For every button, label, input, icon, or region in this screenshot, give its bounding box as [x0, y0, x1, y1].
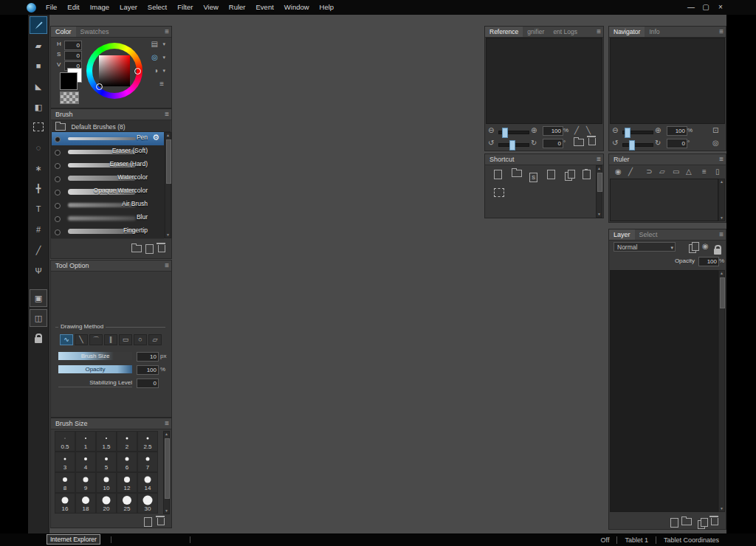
navigator-preview[interactable]: [610, 38, 725, 124]
size-cell[interactable]: 1: [75, 431, 96, 452]
select-rect-tool[interactable]: [30, 118, 47, 136]
rotate-cw-icon[interactable]: ↻: [655, 138, 661, 148]
shortcut-copy-button[interactable]: [565, 170, 572, 184]
pen-pick-icon[interactable]: ╲: [586, 125, 591, 136]
brush-size-scrollbar[interactable]: ▲ ▼: [163, 431, 170, 514]
shortcut-new-button[interactable]: [494, 169, 502, 182]
ruler-grid-icon[interactable]: ▭: [673, 167, 679, 177]
menu-select[interactable]: Select: [142, 0, 172, 15]
rotate-ccw-icon[interactable]: ↺: [488, 138, 494, 148]
brush-item-blur[interactable]: Blur: [52, 212, 164, 226]
size-cell[interactable]: 9: [75, 472, 96, 493]
size-cell[interactable]: 1.5: [96, 431, 117, 452]
add-size-button[interactable]: [144, 516, 152, 530]
navigator-zoom-value[interactable]: 100: [667, 126, 687, 136]
layer-scrollbar[interactable]: ▲ ▼: [718, 270, 725, 512]
brush-item-opaque-watercolor[interactable]: Opaque Watercolor: [52, 185, 164, 199]
new-brush-folder-button[interactable]: [131, 242, 142, 255]
shortcut-export-button[interactable]: [547, 169, 555, 182]
delete-brush-button[interactable]: [158, 242, 165, 255]
menu-layer[interactable]: Layer: [114, 0, 142, 15]
size-cell[interactable]: 4: [75, 452, 96, 472]
tab-reference[interactable]: Reference: [485, 27, 523, 37]
maximize-button[interactable]: ▢: [698, 1, 713, 13]
reset-rotation-icon[interactable]: ◎: [712, 138, 719, 148]
opacity-value[interactable]: 100: [137, 365, 159, 375]
fit-view-icon[interactable]: ⊡: [712, 125, 718, 136]
shortcut-open-button[interactable]: [512, 167, 522, 180]
tab-magnifier[interactable]: gnifier: [523, 27, 549, 37]
text-tool[interactable]: T: [30, 200, 47, 218]
crop-tool[interactable]: #: [30, 221, 47, 238]
menu-filter[interactable]: Filter: [172, 0, 198, 15]
delete-size-button[interactable]: [157, 515, 165, 528]
lasso-tool[interactable]: ◌: [30, 139, 47, 156]
hand-tool[interactable]: Ψ: [30, 262, 47, 280]
method-curve[interactable]: ⌒: [89, 334, 103, 345]
menu-help[interactable]: Help: [315, 0, 340, 15]
ruler-list[interactable]: [610, 179, 718, 221]
transparent-color-swatch[interactable]: [60, 91, 79, 104]
palette-mode-icon[interactable]: ▤: [151, 39, 158, 49]
size-cell[interactable]: 0.5: [55, 431, 75, 452]
size-cell[interactable]: 2: [117, 431, 137, 452]
fill-rect-tool[interactable]: ■: [30, 57, 47, 75]
tab-info[interactable]: Info: [645, 27, 664, 37]
method-freehand[interactable]: ∿: [60, 334, 73, 345]
duplicate-layer-button[interactable]: [698, 519, 705, 532]
shortcut-scrollbar[interactable]: ▲ ▼: [596, 165, 602, 218]
menu-window[interactable]: Window: [279, 0, 315, 15]
navigator-zoom-slider[interactable]: [622, 131, 653, 134]
wheel-mode-icon[interactable]: ◎: [151, 52, 158, 63]
method-rectangle[interactable]: ▭: [119, 334, 132, 345]
half-dropdown-icon[interactable]: ▾: [162, 66, 165, 76]
panel-menu-icon[interactable]: ≡: [719, 154, 724, 165]
size-cell[interactable]: 10: [96, 472, 117, 493]
wheel-dropdown-icon[interactable]: ▾: [162, 52, 165, 63]
move-tool[interactable]: ╋: [30, 179, 47, 197]
size-cell[interactable]: 18: [75, 493, 96, 514]
panel-menu-icon[interactable]: ≡: [597, 27, 601, 37]
reference-preview[interactable]: [486, 38, 602, 124]
layer-opacity-value[interactable]: 100: [698, 257, 719, 266]
delete-layer-button[interactable]: [711, 515, 718, 528]
size-cell[interactable]: 3: [55, 452, 75, 472]
size-cell[interactable]: 5: [96, 452, 117, 472]
panel-toggle-b[interactable]: ◫: [30, 309, 47, 327]
method-polyline[interactable]: ∥: [104, 334, 117, 345]
size-cell[interactable]: 20: [96, 493, 117, 514]
size-cell[interactable]: 7: [137, 452, 158, 472]
size-cell[interactable]: 6: [117, 452, 137, 472]
add-layer-folder-button[interactable]: [681, 515, 692, 528]
method-polygon[interactable]: ▱: [148, 334, 162, 345]
brush-group-row[interactable]: Default Brushes (8): [52, 120, 171, 132]
brush-list-scrollbar[interactable]: ▲ ▼: [165, 132, 171, 238]
ruler-pen-icon[interactable]: ╱: [628, 167, 633, 177]
size-cell[interactable]: 30: [137, 493, 158, 514]
menu-file[interactable]: File: [41, 0, 62, 15]
add-layer-button[interactable]: [670, 517, 678, 531]
panel-menu-icon[interactable]: ≡: [719, 27, 724, 37]
reference-zoom-value[interactable]: 100: [543, 126, 563, 136]
zoom-out-icon[interactable]: ⊖: [488, 125, 494, 136]
saturation-value[interactable]: 0: [64, 51, 82, 61]
size-cell[interactable]: 14: [137, 472, 158, 493]
lock-tool[interactable]: [30, 330, 47, 348]
panel-menu-icon[interactable]: ≡: [165, 27, 169, 37]
sv-picker[interactable]: [99, 55, 130, 86]
half-mode-icon[interactable]: ◑: [154, 66, 158, 76]
tab-event-logs[interactable]: ent Logs: [549, 27, 582, 37]
hue-marker[interactable]: [134, 68, 141, 75]
panel-menu-icon[interactable]: ≡: [165, 260, 169, 271]
sv-marker[interactable]: [96, 83, 103, 90]
method-ellipse[interactable]: ○: [134, 334, 147, 345]
rotate-ccw-icon[interactable]: ↺: [612, 138, 618, 148]
method-line[interactable]: ╲: [75, 334, 88, 345]
menu-view[interactable]: View: [198, 0, 223, 15]
close-button[interactable]: ×: [713, 1, 728, 13]
layer-list[interactable]: [610, 270, 718, 512]
panel-toggle-a[interactable]: ▣: [30, 289, 47, 307]
gradient-tool[interactable]: ◧: [30, 98, 47, 116]
ruler-scrollbar[interactable]: ▲ ▼: [718, 179, 725, 221]
shortcut-save-button[interactable]: S: [529, 169, 537, 182]
